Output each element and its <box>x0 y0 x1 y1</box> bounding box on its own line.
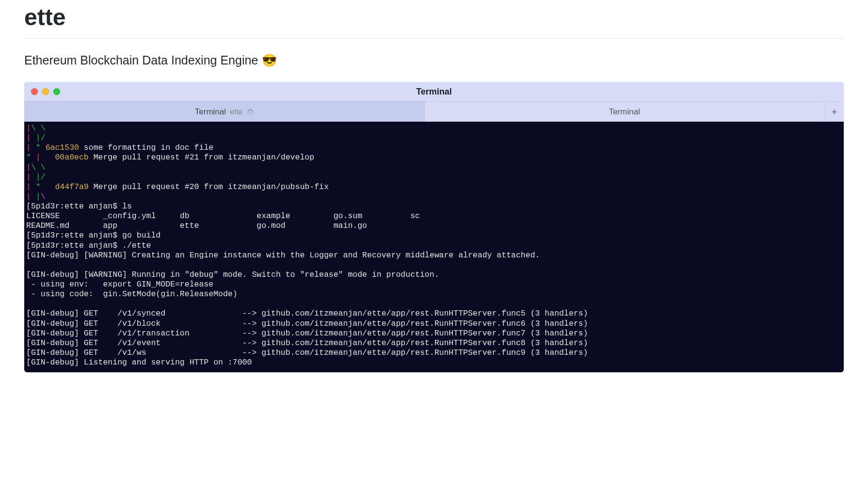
gin-route: [GIN-debug] GET /v1/ws --> github.com/it… <box>26 348 588 357</box>
loading-spinner-icon <box>247 109 254 115</box>
graph-char: | <box>26 124 31 133</box>
svg-line-7 <box>251 110 252 111</box>
graph-char: | <box>26 143 31 152</box>
shell-line: [5p1d3r:ette anjan$ ls <box>26 202 132 211</box>
page-subtitle: Ethereum Blockchain Data Indexing Engine… <box>24 53 844 67</box>
maximize-icon[interactable] <box>53 88 60 95</box>
page-title: ette <box>24 4 844 39</box>
graph-char: \ \ <box>31 163 46 172</box>
tab-bar: Terminal ette Terminal + <box>24 101 844 122</box>
window-title: Terminal <box>416 87 452 97</box>
graph-char: | <box>31 192 41 201</box>
graph-char: * <box>31 143 41 152</box>
tab-terminal-1[interactable]: Terminal ette <box>24 101 425 122</box>
gin-route: [GIN-debug] GET /v1/synced --> github.co… <box>26 309 588 318</box>
commit-msg: Merge pull request #20 from itzmeanjan/p… <box>94 182 329 191</box>
svg-line-6 <box>248 113 249 114</box>
graph-char: | <box>26 133 31 143</box>
gin-route: [GIN-debug] GET /v1/block --> github.com… <box>26 319 588 328</box>
graph-char: |/ <box>31 133 46 143</box>
graph-char: \ <box>41 192 46 201</box>
shell-line: [5p1d3r:ette anjan$ ./ette <box>26 241 151 250</box>
graph-char: | <box>26 173 31 182</box>
tab-label: Terminal <box>195 107 226 117</box>
titlebar: Terminal <box>24 82 844 101</box>
svg-line-5 <box>251 113 252 114</box>
tab-terminal-2[interactable]: Terminal <box>425 101 825 122</box>
commit-hash: 6ac1530 <box>46 143 79 152</box>
gin-route: [GIN-debug] GET /v1/event --> github.com… <box>26 338 588 348</box>
close-icon[interactable] <box>31 88 38 95</box>
commit-msg: some formatting in doc file <box>84 143 213 152</box>
graph-char: * <box>31 182 41 191</box>
gin-line: [GIN-debug] [WARNING] Creating an Engine… <box>26 251 540 260</box>
gin-listen: [GIN-debug] Listening and serving HTTP o… <box>26 358 252 367</box>
add-tab-button[interactable]: + <box>824 101 844 122</box>
graph-char: \ \ <box>31 124 46 133</box>
graph-char: | <box>26 163 31 172</box>
commit-hash: 00a0ecb <box>55 153 88 162</box>
ls-output: README.md app ette go.mod main.go <box>26 221 367 230</box>
sunglasses-emoji: 😎 <box>262 53 277 67</box>
gin-line: - using code: gin.SetMode(gin.ReleaseMod… <box>26 289 238 299</box>
tab-label: Terminal <box>609 107 640 117</box>
terminal-output: |\ \ | |/ | * 6ac1530 some formatting in… <box>24 122 844 372</box>
shell-line: [5p1d3r:ette anjan$ go build <box>26 231 161 240</box>
gin-line: [GIN-debug] [WARNING] Running in "debug"… <box>26 270 439 279</box>
svg-line-4 <box>248 110 249 111</box>
terminal-window: Terminal Terminal ette Terminal + |\ \ |… <box>24 82 844 372</box>
graph-char: | <box>36 153 46 162</box>
gin-route: [GIN-debug] GET /v1/transaction --> gith… <box>26 329 588 338</box>
subtitle-text: Ethereum Blockchain Data Indexing Engine <box>24 53 258 67</box>
graph-char: | <box>26 182 31 191</box>
traffic-lights <box>31 88 60 95</box>
gin-line: - using env: export GIN_MODE=release <box>26 280 213 289</box>
minimize-icon[interactable] <box>42 88 49 95</box>
graph-char: |/ <box>31 173 46 182</box>
commit-msg: Merge pull request #21 from itzmeanjan/d… <box>94 153 314 162</box>
graph-char: | <box>26 192 31 201</box>
commit-hash: d44f7a9 <box>55 182 88 191</box>
graph-char: * <box>26 153 36 162</box>
ls-output: LICENSE _config.yml db example go.sum sc <box>26 211 420 221</box>
tab-process: ette <box>230 108 243 116</box>
